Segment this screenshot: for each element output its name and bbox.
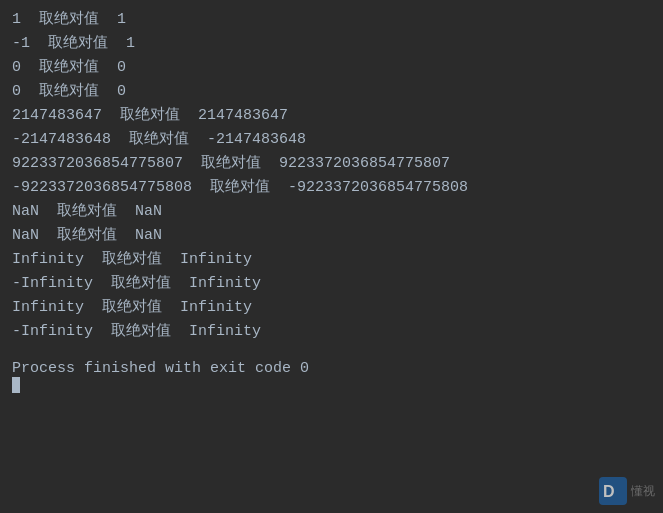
line-output: Infinity	[180, 248, 252, 272]
cursor-line	[12, 377, 651, 393]
line-input: Infinity	[12, 248, 84, 272]
line-input: -9223372036854775808	[12, 176, 192, 200]
line-label: 取绝对值	[39, 224, 135, 248]
line-label: 取绝对值	[93, 272, 189, 296]
output-line: -Infinity 取绝对值 Infinity	[12, 320, 651, 344]
process-finish-line: Process finished with exit code 0	[12, 360, 651, 377]
line-label: 取绝对值	[84, 248, 180, 272]
line-output: 2147483647	[198, 104, 288, 128]
line-label: 取绝对值	[93, 320, 189, 344]
line-input: -1	[12, 32, 30, 56]
line-label: 取绝对值	[21, 56, 117, 80]
output-line: 1 取绝对值 1	[12, 8, 651, 32]
process-exit-text: Process finished with exit code 0	[12, 360, 309, 377]
watermark: D 懂视	[599, 477, 655, 505]
line-label: 取绝对值	[84, 296, 180, 320]
terminal-window: 1 取绝对值 1-1 取绝对值 10 取绝对值 00 取绝对值 02147483…	[0, 0, 663, 513]
output-line: 0 取绝对值 0	[12, 56, 651, 80]
line-output: 0	[117, 80, 126, 104]
line-output: 0	[117, 56, 126, 80]
line-label: 取绝对值	[30, 32, 126, 56]
line-output: -9223372036854775808	[288, 176, 468, 200]
output-line: 9223372036854775807 取绝对值 922337203685477…	[12, 152, 651, 176]
output-line: 2147483647 取绝对值 2147483647	[12, 104, 651, 128]
line-input: NaN	[12, 200, 39, 224]
line-input: 1	[12, 8, 21, 32]
output-line: 0 取绝对值 0	[12, 80, 651, 104]
line-input: -Infinity	[12, 272, 93, 296]
output-line: NaN 取绝对值 NaN	[12, 224, 651, 248]
output-line: NaN 取绝对值 NaN	[12, 200, 651, 224]
line-label: 取绝对值	[21, 80, 117, 104]
output-line: -1 取绝对值 1	[12, 32, 651, 56]
output-line: Infinity 取绝对值 Infinity	[12, 248, 651, 272]
output-line: Infinity 取绝对值 Infinity	[12, 296, 651, 320]
line-label: 取绝对值	[183, 152, 279, 176]
line-input: -Infinity	[12, 320, 93, 344]
line-input: -2147483648	[12, 128, 111, 152]
line-output: 1	[126, 32, 135, 56]
svg-text:D: D	[603, 483, 615, 500]
line-input: Infinity	[12, 296, 84, 320]
line-label: 取绝对值	[192, 176, 288, 200]
line-input: 0	[12, 80, 21, 104]
line-label: 取绝对值	[39, 200, 135, 224]
line-input: NaN	[12, 224, 39, 248]
line-label: 取绝对值	[21, 8, 117, 32]
line-output: 1	[117, 8, 126, 32]
line-label: 取绝对值	[102, 104, 198, 128]
line-output: -2147483648	[207, 128, 306, 152]
terminal-cursor	[12, 377, 20, 393]
line-input: 2147483647	[12, 104, 102, 128]
line-output: Infinity	[180, 296, 252, 320]
line-output: Infinity	[189, 320, 261, 344]
line-output: NaN	[135, 200, 162, 224]
line-output: Infinity	[189, 272, 261, 296]
line-input: 0	[12, 56, 21, 80]
output-line: -Infinity 取绝对值 Infinity	[12, 272, 651, 296]
output-line: -2147483648 取绝对值 -2147483648	[12, 128, 651, 152]
line-input: 9223372036854775807	[12, 152, 183, 176]
watermark-label: 懂视	[631, 483, 655, 500]
line-label: 取绝对值	[111, 128, 207, 152]
line-output: 9223372036854775807	[279, 152, 450, 176]
line-output: NaN	[135, 224, 162, 248]
output-line: -9223372036854775808 取绝对值 -9223372036854…	[12, 176, 651, 200]
watermark-logo-icon: D	[599, 477, 627, 505]
